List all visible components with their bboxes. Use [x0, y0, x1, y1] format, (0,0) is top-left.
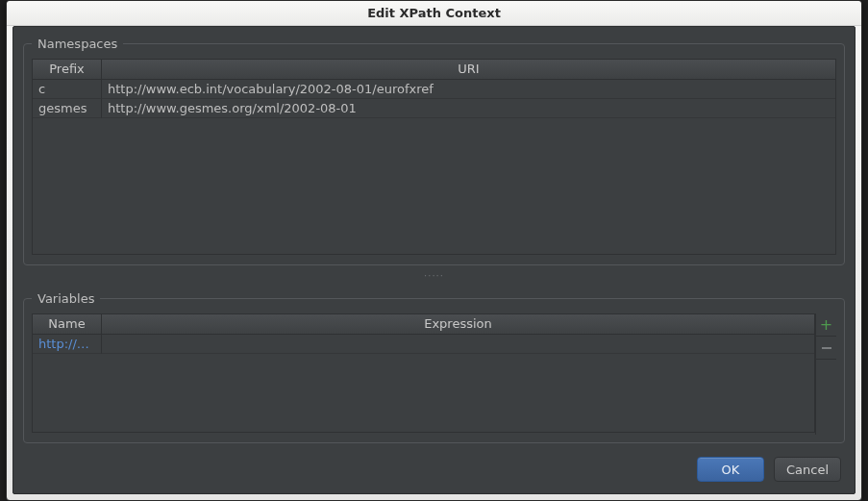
- variables-tbody: http://…: [33, 335, 814, 432]
- namespaces-col-uri[interactable]: URI: [102, 60, 835, 79]
- namespaces-cell-uri[interactable]: http://www.gesmes.org/xml/2002-08-01: [102, 99, 835, 118]
- variables-legend: Variables: [32, 291, 100, 306]
- variables-cell-expression[interactable]: [102, 335, 814, 354]
- dialog-window: Edit XPath Context Namespaces Prefix URI…: [6, 0, 862, 501]
- dialog-body: Namespaces Prefix URI c http://www.ecb.i…: [12, 26, 856, 494]
- namespaces-tbody: c http://www.ecb.int/vocabulary/2002-08-…: [33, 80, 835, 254]
- variables-col-name[interactable]: Name: [33, 314, 102, 334]
- namespaces-cell-prefix[interactable]: c: [33, 80, 102, 99]
- namespaces-legend: Namespaces: [32, 37, 123, 51]
- variable-name-link[interactable]: http://…: [38, 337, 89, 351]
- namespaces-table[interactable]: Prefix URI c http://www.ecb.int/vocabula…: [32, 59, 836, 255]
- plus-icon: +: [820, 315, 832, 334]
- minus-icon: [822, 347, 831, 349]
- namespaces-header-row: Prefix URI: [33, 60, 835, 80]
- variables-table[interactable]: Name Expression http://…: [32, 313, 815, 433]
- table-row[interactable]: gesmes http://www.gesmes.org/xml/2002-08…: [33, 99, 835, 118]
- split-grip[interactable]: ·····: [13, 269, 855, 282]
- dialog-button-bar: OK Cancel: [697, 457, 841, 482]
- variables-col-expression[interactable]: Expression: [102, 314, 814, 334]
- namespaces-cell-prefix[interactable]: gesmes: [33, 99, 102, 118]
- remove-variable-button[interactable]: [816, 337, 836, 360]
- table-row[interactable]: http://…: [33, 335, 814, 354]
- variables-header-row: Name Expression: [33, 314, 814, 335]
- variables-side-buttons: +: [815, 313, 836, 435]
- variables-cell-name[interactable]: http://…: [33, 335, 102, 354]
- namespaces-cell-uri[interactable]: http://www.ecb.int/vocabulary/2002-08-01…: [102, 80, 835, 99]
- dialog-title: Edit XPath Context: [7, 1, 861, 26]
- cancel-button[interactable]: Cancel: [774, 457, 841, 482]
- table-row[interactable]: c http://www.ecb.int/vocabulary/2002-08-…: [33, 80, 835, 99]
- variables-group: Variables Name Expression http://…: [23, 291, 845, 443]
- namespaces-col-prefix[interactable]: Prefix: [33, 60, 102, 79]
- namespaces-group: Namespaces Prefix URI c http://www.ecb.i…: [23, 37, 845, 265]
- add-variable-button[interactable]: +: [816, 313, 836, 337]
- ok-button[interactable]: OK: [697, 457, 764, 482]
- variables-wrap: Name Expression http://… +: [32, 313, 836, 435]
